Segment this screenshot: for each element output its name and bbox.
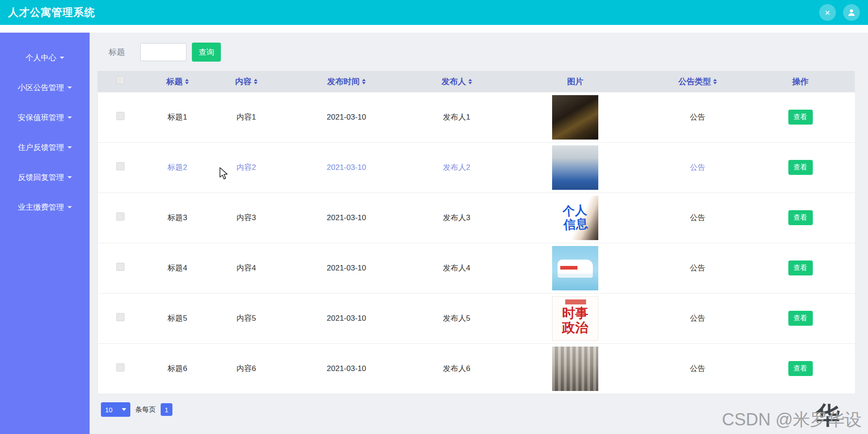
column-header-2[interactable]: 发布时间 bbox=[281, 71, 412, 92]
view-button[interactable]: 查看 bbox=[788, 311, 813, 326]
cell-publisher: 发布人1 bbox=[412, 92, 501, 142]
cell-date: 2021-03-10 bbox=[281, 293, 412, 343]
column-header-label: 公告类型 bbox=[678, 76, 711, 87]
cell-content: 内容3 bbox=[212, 193, 281, 243]
table-row: 标题5内容52021-03-10发布人5时事政治公告查看 bbox=[98, 293, 855, 343]
cell-title: 标题2 bbox=[143, 142, 212, 193]
announcement-image[interactable] bbox=[552, 145, 598, 190]
view-button[interactable]: 查看 bbox=[788, 160, 813, 175]
sidebar-item[interactable]: 住户反馈管理 bbox=[0, 135, 90, 159]
column-header-3[interactable]: 发布人 bbox=[412, 71, 501, 92]
search-toolbar: 标题 查询 bbox=[97, 43, 868, 62]
image-text: 个人信息 bbox=[562, 203, 588, 232]
app-header: 人才公寓管理系统 × bbox=[0, 0, 868, 25]
close-button[interactable]: × bbox=[819, 4, 836, 21]
view-button[interactable]: 查看 bbox=[788, 110, 813, 125]
column-header-5[interactable]: 公告类型 bbox=[649, 71, 746, 92]
cell-content: 内容5 bbox=[212, 293, 281, 343]
table-row: 标题4内容42021-03-10发布人4公告查看 bbox=[98, 243, 855, 293]
sort-icon[interactable] bbox=[254, 79, 258, 84]
table-header-row: 标题内容发布时间发布人图片公告类型操作 bbox=[98, 71, 855, 92]
per-page-label: 条每页 bbox=[135, 405, 156, 414]
view-button[interactable]: 查看 bbox=[788, 361, 813, 376]
sidebar-item[interactable]: 安保值班管理 bbox=[0, 105, 90, 130]
image-text: 时事政治 bbox=[562, 306, 588, 335]
cell-date: 2021-03-10 bbox=[281, 193, 412, 243]
column-header-label: 图片 bbox=[567, 76, 583, 87]
sort-icon[interactable] bbox=[185, 79, 189, 84]
announcement-image[interactable]: 个人信息 bbox=[552, 196, 598, 240]
select-all-checkbox[interactable] bbox=[116, 76, 124, 84]
cell-date: 2021-03-10 bbox=[281, 343, 412, 394]
row-checkbox[interactable] bbox=[116, 263, 124, 271]
sort-icon[interactable] bbox=[713, 79, 717, 84]
sidebar-item-label: 反馈回复管理 bbox=[18, 172, 64, 183]
page-size-value: 10 bbox=[105, 406, 113, 414]
row-checkbox[interactable] bbox=[116, 212, 124, 221]
announcement-image[interactable] bbox=[552, 347, 598, 391]
watermark-text: CSDN @米罗华设 bbox=[722, 410, 862, 429]
sidebar-item[interactable]: 小区公告管理 bbox=[0, 75, 90, 100]
page-size-select[interactable]: 10 bbox=[101, 402, 130, 417]
cell-type: 公告 bbox=[649, 243, 746, 293]
announcements-table: 标题内容发布时间发布人图片公告类型操作 标题1内容12021-03-10发布人1… bbox=[97, 71, 854, 394]
cell-title: 标题3 bbox=[143, 193, 212, 243]
cell-content: 内容4 bbox=[212, 243, 281, 293]
table-row: 标题1内容12021-03-10发布人1公告查看 bbox=[98, 92, 855, 142]
search-button[interactable]: 查询 bbox=[192, 43, 221, 62]
row-checkbox[interactable] bbox=[116, 162, 124, 170]
cell-publisher: 发布人4 bbox=[412, 243, 501, 293]
sidebar-item[interactable]: 业主缴费管理 bbox=[0, 195, 90, 219]
announcement-image[interactable]: 时事政治 bbox=[552, 296, 598, 341]
close-icon: × bbox=[825, 8, 830, 17]
chevron-down-icon bbox=[67, 206, 72, 208]
column-header-4: 图片 bbox=[501, 71, 649, 92]
user-icon bbox=[847, 8, 856, 17]
app: 人才公寓管理系统 × 个人中心小区公告管理安保值班管理住户反馈管理反馈回复管理业… bbox=[0, 0, 868, 434]
main-content: 标题 查询 标题内容 bbox=[90, 33, 868, 434]
page-1-button[interactable]: 1 bbox=[161, 403, 172, 416]
sidebar-item-label: 小区公告管理 bbox=[18, 82, 64, 93]
announcement-image[interactable] bbox=[552, 95, 598, 140]
sidebar-item[interactable]: 反馈回复管理 bbox=[0, 165, 90, 189]
profile-button[interactable] bbox=[843, 4, 860, 21]
sort-icon[interactable] bbox=[362, 79, 366, 84]
column-header-1[interactable]: 内容 bbox=[212, 71, 281, 92]
cell-type: 公告 bbox=[649, 142, 746, 193]
cell-title: 标题4 bbox=[143, 243, 212, 293]
cell-publisher: 发布人5 bbox=[412, 293, 501, 343]
chevron-down-icon bbox=[67, 146, 72, 149]
chevron-down-icon bbox=[122, 408, 126, 411]
search-input[interactable] bbox=[140, 43, 186, 61]
cell-type: 公告 bbox=[649, 343, 746, 394]
sort-icon[interactable] bbox=[468, 79, 472, 84]
row-checkbox[interactable] bbox=[116, 313, 124, 321]
announcement-image[interactable] bbox=[552, 246, 598, 290]
cell-type: 公告 bbox=[649, 293, 746, 343]
cell-date: 2021-03-10 bbox=[281, 243, 412, 293]
cell-date: 2021-03-10 bbox=[281, 92, 412, 142]
table-row: 标题3内容32021-03-10发布人3个人信息公告查看 bbox=[98, 193, 855, 243]
header-actions: × bbox=[819, 4, 860, 21]
cell-publisher: 发布人2 bbox=[412, 142, 501, 193]
column-header-0[interactable]: 标题 bbox=[143, 71, 212, 92]
search-label: 标题 bbox=[109, 47, 125, 58]
column-header-label: 发布人 bbox=[442, 76, 466, 87]
view-button[interactable]: 查看 bbox=[788, 210, 813, 225]
column-header-label: 操作 bbox=[792, 76, 809, 87]
sidebar-item[interactable]: 个人中心 bbox=[0, 45, 90, 70]
view-button[interactable]: 查看 bbox=[788, 260, 813, 275]
cell-content: 内容6 bbox=[212, 343, 281, 394]
cell-title: 标题6 bbox=[143, 343, 212, 394]
sidebar: 个人中心小区公告管理安保值班管理住户反馈管理反馈回复管理业主缴费管理 bbox=[0, 33, 90, 434]
column-header-label: 标题 bbox=[167, 76, 183, 87]
cell-title: 标题5 bbox=[143, 293, 212, 343]
row-checkbox[interactable] bbox=[116, 112, 124, 120]
select-all-cell bbox=[98, 71, 143, 92]
sidebar-item-label: 住户反馈管理 bbox=[18, 142, 64, 153]
cell-type: 公告 bbox=[649, 92, 746, 142]
row-checkbox[interactable] bbox=[116, 363, 124, 371]
cell-title: 标题1 bbox=[143, 92, 212, 142]
top-strip bbox=[0, 25, 868, 33]
column-header-label: 内容 bbox=[235, 76, 252, 87]
